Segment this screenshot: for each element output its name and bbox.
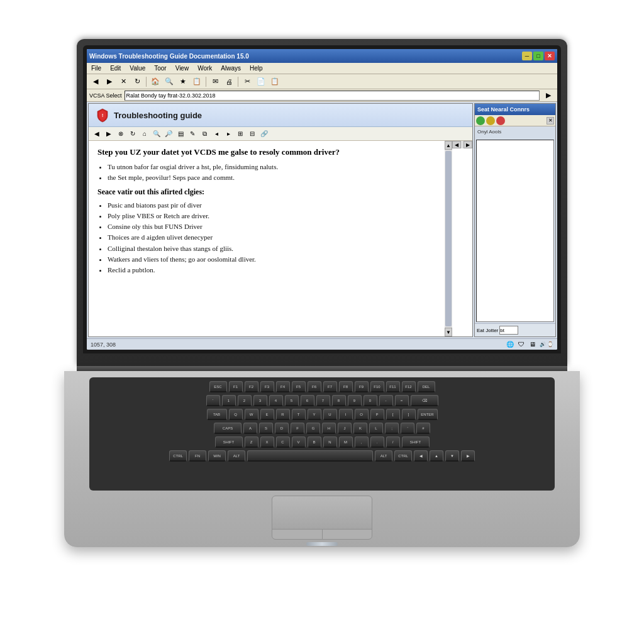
go-icon[interactable]: ▶ <box>542 90 555 101</box>
doc-stop-icon[interactable]: ⊗ <box>115 128 126 140</box>
key-hash[interactable]: # <box>416 423 430 434</box>
key-t[interactable]: T <box>292 409 306 420</box>
scroll-right-arrow[interactable]: ▶ <box>464 141 472 148</box>
key-e[interactable]: E <box>260 409 274 420</box>
close-button[interactable]: ✕ <box>545 52 555 60</box>
key-right[interactable]: ▶ <box>461 450 475 462</box>
menu-always[interactable]: Always <box>219 64 243 72</box>
key-p[interactable]: P <box>370 409 384 420</box>
scroll-left-arrow[interactable]: ◀ <box>452 141 461 148</box>
key-f7[interactable]: F7 <box>323 381 337 392</box>
doc-back-icon[interactable]: ◀ <box>91 128 103 140</box>
key-x[interactable]: X <box>260 436 274 448</box>
menu-view[interactable]: View <box>174 64 191 72</box>
doc-zoom-icon[interactable]: 🔎 <box>163 128 174 140</box>
key-n[interactable]: N <box>323 436 337 448</box>
refresh-icon[interactable]: ↻ <box>131 76 143 87</box>
key-w[interactable]: W <box>245 409 258 420</box>
key-5[interactable]: 5 <box>285 395 299 406</box>
key-semicolon[interactable]: ; <box>385 423 399 434</box>
history-icon[interactable]: 📋 <box>191 76 203 87</box>
maximize-button[interactable]: □ <box>533 52 543 60</box>
key-1[interactable]: 1 <box>222 395 236 406</box>
forward-icon[interactable]: ▶ <box>103 76 116 87</box>
key-r[interactable]: R <box>276 409 290 420</box>
key-return[interactable]: ENTER <box>418 409 438 420</box>
key-rbracket[interactable]: ] <box>402 409 416 420</box>
menu-work[interactable]: Work <box>196 64 214 72</box>
key-comma[interactable]: , <box>355 436 369 448</box>
key-backtick[interactable]: ` <box>206 395 220 406</box>
paste-icon[interactable]: 📋 <box>269 76 281 87</box>
key-win[interactable]: WIN <box>208 450 226 462</box>
doc-home-icon[interactable]: ⌂ <box>139 128 150 140</box>
menu-tools[interactable]: Toor <box>152 64 168 72</box>
key-4[interactable]: 4 <box>269 395 283 406</box>
doc-fwd-icon[interactable]: ▶ <box>103 128 114 140</box>
doc-link-icon[interactable]: 🔗 <box>258 128 270 140</box>
key-f9[interactable]: F9 <box>355 381 369 392</box>
key-f[interactable]: F <box>291 423 304 434</box>
key-o[interactable]: O <box>355 409 369 420</box>
horizontal-scrollbar[interactable]: ◀ ▶ <box>452 141 472 148</box>
doc-print-icon[interactable]: ▤ <box>175 128 186 140</box>
mail-icon[interactable]: ✉ <box>209 76 221 87</box>
key-j[interactable]: J <box>338 423 352 434</box>
key-3[interactable]: 3 <box>253 395 267 406</box>
rp-red-button[interactable] <box>496 116 505 125</box>
key-z[interactable]: Z <box>245 436 258 448</box>
touchpad-right-button[interactable] <box>323 530 372 539</box>
key-lbracket[interactable]: [ <box>386 409 400 420</box>
key-a[interactable]: A <box>243 423 257 434</box>
favorites-icon[interactable]: ★ <box>177 76 189 87</box>
print-icon[interactable]: 🖨 <box>223 76 235 87</box>
key-caps[interactable]: CAPS <box>214 423 242 434</box>
key-9[interactable]: 9 <box>348 395 362 406</box>
key-f5[interactable]: F5 <box>292 381 306 392</box>
key-f11[interactable]: F11 <box>386 381 400 392</box>
doc-search-icon[interactable]: 🔍 <box>151 128 162 140</box>
search-icon[interactable]: 🔍 <box>163 76 175 87</box>
menu-help[interactable]: Help <box>248 64 265 72</box>
key-alt[interactable]: ALT <box>228 450 245 462</box>
key-slash[interactable]: / <box>386 436 400 448</box>
rp-close-icon[interactable]: ✕ <box>547 117 554 125</box>
key-c[interactable]: C <box>276 436 290 448</box>
key-left[interactable]: ◀ <box>414 450 428 462</box>
key-quote[interactable]: ' <box>401 423 414 434</box>
doc-nav4-icon[interactable]: ⊟ <box>247 128 258 140</box>
key-u[interactable]: U <box>323 409 337 420</box>
menu-value[interactable]: Value <box>128 64 147 72</box>
key-h[interactable]: H <box>322 423 336 434</box>
key-f12[interactable]: F12 <box>402 381 416 392</box>
key-v[interactable]: V <box>292 436 306 448</box>
key-up[interactable]: ▲ <box>430 450 443 462</box>
key-f4[interactable]: F4 <box>276 381 290 392</box>
key-period[interactable]: . <box>370 436 384 448</box>
key-f6[interactable]: F6 <box>308 381 321 392</box>
key-g[interactable]: G <box>306 423 320 434</box>
vertical-scrollbar[interactable]: ▲ ▼ <box>445 141 452 336</box>
key-rshift[interactable]: SHIFT <box>402 436 430 448</box>
key-rctrl[interactable]: CTRL <box>394 450 412 462</box>
key-equals[interactable]: = <box>395 395 409 406</box>
key-k[interactable]: K <box>353 423 367 434</box>
key-0[interactable]: 0 <box>364 395 377 406</box>
key-8[interactable]: 8 <box>332 395 346 406</box>
touchpad[interactable] <box>272 496 372 540</box>
doc-copy-icon[interactable]: ⧉ <box>199 128 210 140</box>
key-f8[interactable]: F8 <box>339 381 353 392</box>
key-down[interactable]: ▼ <box>445 450 459 462</box>
key-f3[interactable]: F3 <box>260 381 274 392</box>
scroll-thumb[interactable] <box>445 151 452 326</box>
key-2[interactable]: 2 <box>238 395 252 406</box>
key-tab[interactable]: TAB <box>207 409 227 420</box>
key-q[interactable]: Q <box>229 409 243 420</box>
scroll-down-arrow[interactable]: ▼ <box>445 328 452 336</box>
rp-yellow-button[interactable] <box>486 116 495 125</box>
key-fn[interactable]: FN <box>189 450 206 462</box>
key-f2[interactable]: F2 <box>245 381 258 392</box>
key-f10[interactable]: F10 <box>370 381 384 392</box>
key-del[interactable]: DEL <box>418 381 435 392</box>
doc-nav1-icon[interactable]: ◂ <box>211 128 222 140</box>
